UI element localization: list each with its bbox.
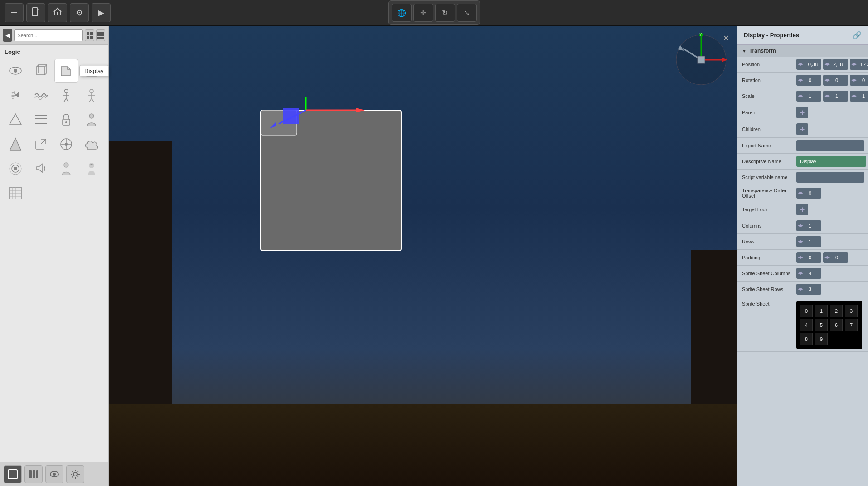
position-z-field[interactable]: ◀▶ 1,428 bbox=[850, 59, 868, 70]
sprite-cell-1[interactable]: 1 bbox=[815, 305, 828, 317]
icon-figure[interactable] bbox=[54, 83, 78, 107]
rotation-x-field[interactable]: ◀▶ 0 bbox=[796, 75, 821, 86]
menu-button[interactable]: ☰ bbox=[5, 3, 24, 22]
svg-rect-2 bbox=[90, 32, 93, 35]
scale-icon: ⤡ bbox=[464, 9, 470, 17]
sprite-cell-3[interactable]: 3 bbox=[845, 305, 858, 317]
search-input[interactable] bbox=[14, 29, 83, 41]
icon-person[interactable] bbox=[80, 108, 103, 131]
icon-person2[interactable] bbox=[54, 157, 78, 180]
target-lock-row: Target Lock + bbox=[737, 201, 868, 218]
rotate-button[interactable]: ↻ bbox=[435, 4, 455, 22]
script-var-input[interactable] bbox=[796, 172, 864, 183]
scale-row: Scale ◀▶ 1 ◀▶ 1 ◀▶ 1 bbox=[737, 88, 868, 104]
svg-point-40 bbox=[14, 167, 17, 170]
icon-cloud[interactable] bbox=[80, 132, 103, 156]
move-button[interactable]: ✛ bbox=[413, 4, 433, 22]
sprite-sheet-rows-field[interactable]: ◀▶ 3 bbox=[796, 284, 821, 295]
children-add-button[interactable]: + bbox=[796, 123, 808, 135]
properties-title: Display - Properties bbox=[744, 32, 799, 39]
position-row: Position ◀▶ -0,38 ◀▶ 2,18 ◀▶ 1,428 bbox=[737, 57, 868, 73]
svg-point-17 bbox=[64, 89, 68, 93]
sprite-sheet-columns-field[interactable]: ◀▶ 4 bbox=[796, 268, 821, 279]
icon-stripes[interactable] bbox=[4, 181, 27, 205]
padding-y-field[interactable]: ◀▶ 0 bbox=[823, 252, 848, 263]
sprite-cell-8[interactable]: 8 bbox=[800, 333, 813, 345]
icon-lines[interactable] bbox=[29, 108, 53, 131]
scale-button[interactable]: ⤡ bbox=[457, 4, 477, 22]
sprite-cell-6[interactable]: 6 bbox=[830, 319, 843, 331]
settings2-button[interactable] bbox=[66, 465, 84, 483]
sprite-cell-7[interactable]: 7 bbox=[845, 319, 858, 331]
transparency-offset-value: ◀▶ 0 bbox=[796, 188, 863, 199]
icon-pinwheel[interactable] bbox=[4, 83, 27, 107]
scale-z-field[interactable]: ◀▶ 1 bbox=[850, 91, 868, 102]
icon-cube[interactable] bbox=[29, 59, 53, 83]
rotation-row: Rotation ◀▶ 0 ◀▶ 0 ◀▶ 0 bbox=[737, 73, 868, 88]
play-button[interactable]: ▶ bbox=[92, 3, 111, 22]
rotation-y-field[interactable]: ◀▶ 0 bbox=[823, 75, 848, 86]
scale-y-val: 1 bbox=[831, 93, 842, 99]
home-button[interactable] bbox=[48, 3, 67, 22]
left-panel-header: ◀ bbox=[0, 26, 108, 45]
preview-button[interactable] bbox=[45, 465, 63, 483]
sprite-sheet-columns-row: Sprite Sheet Columns ◀▶ 4 bbox=[737, 266, 868, 282]
scale-z-val: 1 bbox=[858, 93, 868, 99]
view-small-button[interactable] bbox=[85, 29, 94, 41]
icon-eye[interactable] bbox=[4, 59, 27, 83]
icon-figure2[interactable] bbox=[80, 83, 103, 107]
sprite-cell-5[interactable]: 5 bbox=[815, 319, 828, 331]
sprite-cell-9[interactable]: 9 bbox=[815, 333, 828, 345]
svg-line-20 bbox=[64, 98, 66, 102]
export-name-row: Export Name bbox=[737, 138, 868, 154]
scene-button[interactable] bbox=[4, 465, 22, 483]
transform-section-header[interactable]: ▼ Transform bbox=[737, 45, 868, 57]
globe-button[interactable]: 🌐 bbox=[392, 4, 412, 22]
settings-button[interactable]: ⚙ bbox=[70, 3, 89, 22]
display-object bbox=[238, 97, 406, 269]
rows-field[interactable]: ◀▶ 1 bbox=[796, 236, 821, 247]
icon-grid: Display bbox=[0, 57, 108, 207]
position-x-field[interactable]: ◀▶ -0,38 bbox=[796, 59, 821, 70]
icon-listener[interactable] bbox=[4, 157, 27, 180]
sprite-cell-2[interactable]: 2 bbox=[830, 305, 843, 317]
sprite-cell-0[interactable]: 0 bbox=[800, 305, 813, 317]
panel-toggle-button[interactable]: ◀ bbox=[3, 29, 12, 42]
padding-x-field[interactable]: ◀▶ 0 bbox=[796, 252, 821, 263]
position-z-val: 1,428 bbox=[858, 62, 868, 67]
icon-external[interactable] bbox=[29, 132, 53, 156]
icon-cone[interactable] bbox=[4, 132, 27, 156]
script-var-row: Script variable name bbox=[737, 170, 868, 185]
viewport[interactable]: ✕ y bbox=[109, 26, 737, 486]
icon-fan[interactable] bbox=[54, 132, 78, 156]
sprite-sheet-columns-label: Sprite Sheet Columns bbox=[742, 271, 796, 276]
transparency-offset-field[interactable]: ◀▶ 0 bbox=[796, 188, 821, 199]
icon-lock[interactable] bbox=[54, 108, 78, 131]
icon-checkered[interactable] bbox=[4, 108, 27, 131]
parent-add-button[interactable]: + bbox=[796, 107, 808, 118]
descriptive-name-input[interactable] bbox=[796, 156, 866, 167]
position-y-arrows: ◀▶ bbox=[823, 63, 831, 66]
icon-ninja[interactable] bbox=[80, 157, 103, 180]
svg-rect-67 bbox=[283, 108, 299, 124]
position-value: ◀▶ -0,38 ◀▶ 2,18 ◀▶ 1,428 bbox=[796, 59, 868, 70]
scale-x-field[interactable]: ◀▶ 1 bbox=[796, 91, 821, 102]
export-name-input[interactable] bbox=[796, 140, 864, 151]
sprite-sheet-label: Sprite Sheet bbox=[742, 301, 796, 306]
file-button[interactable] bbox=[26, 3, 45, 22]
view-large-button[interactable] bbox=[96, 29, 105, 41]
icon-wave[interactable] bbox=[29, 83, 53, 107]
icon-speaker[interactable] bbox=[29, 157, 53, 180]
position-y-field[interactable]: ◀▶ 2,18 bbox=[823, 59, 848, 70]
library-button[interactable] bbox=[24, 465, 43, 483]
target-lock-add-button[interactable]: + bbox=[796, 204, 808, 215]
rotation-z-field[interactable]: ◀▶ 0 bbox=[850, 75, 868, 86]
icon-display[interactable]: Display bbox=[54, 59, 78, 83]
columns-field[interactable]: ◀▶ 1 bbox=[796, 220, 821, 231]
scale-y-field[interactable]: ◀▶ 1 bbox=[823, 91, 848, 102]
sprite-cell-4[interactable]: 4 bbox=[800, 319, 813, 331]
svg-rect-6 bbox=[97, 34, 104, 36]
transparency-offset-arrows: ◀▶ bbox=[796, 191, 805, 195]
children-label: Children bbox=[742, 126, 796, 132]
link-icon[interactable]: 🔗 bbox=[853, 31, 862, 39]
